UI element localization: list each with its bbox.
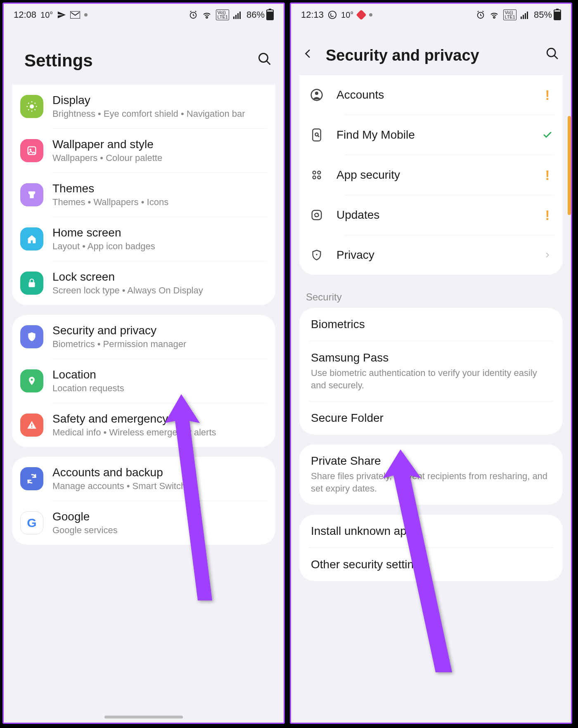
item-title: App security	[336, 168, 540, 182]
svg-point-27	[313, 176, 316, 179]
telegram-icon	[57, 10, 66, 19]
right-screenshot: 12:13 10° Vo))LTE1 85% Security a	[290, 2, 572, 724]
security-item-accounts[interactable]: Accounts !	[299, 75, 563, 115]
security-item-find-my-mobile[interactable]: Find My Mobile	[299, 115, 563, 155]
signal-icon	[233, 11, 242, 19]
security-status-card: Accounts ! Find My Mobile App security !	[299, 75, 563, 275]
battery-icon	[266, 9, 274, 20]
svg-point-20	[547, 48, 555, 57]
svg-point-6	[259, 53, 268, 62]
left-screenshot: 12:08 10° Vo))LTE1 86% Settings	[2, 2, 285, 724]
security-item-updates[interactable]: Updates !	[299, 195, 563, 235]
home-indicator	[104, 716, 183, 719]
svg-point-22	[315, 92, 318, 95]
person-circle-icon	[309, 87, 324, 102]
security-item-unknown-apps[interactable]: Install unknown apps	[299, 515, 563, 548]
whatsapp-icon	[328, 10, 337, 19]
item-title: Lock screen	[52, 270, 267, 284]
security-header: Security and privacy	[291, 26, 571, 78]
search-button[interactable]	[257, 52, 272, 70]
settings-item-display[interactable]: Display Brightness • Eye comfort shield …	[12, 85, 275, 128]
lock-icon	[20, 272, 43, 295]
scroll-indicator	[568, 116, 571, 215]
settings-item-google[interactable]: G Google Google services	[12, 501, 275, 545]
security-item-privacy[interactable]: Privacy	[299, 235, 563, 275]
item-subtitle: Share files privately, prevent recipient…	[311, 470, 551, 494]
security-item-private-share[interactable]: Private Share Share files privately, pre…	[299, 444, 563, 504]
settings-item-home-screen[interactable]: Home screen Layout • App icon badges	[12, 217, 275, 261]
security-item-app-security[interactable]: App security !	[299, 155, 563, 195]
back-button[interactable]	[303, 46, 319, 65]
settings-item-security-privacy[interactable]: Security and privacy Biometrics • Permis…	[12, 315, 275, 359]
svg-rect-10	[28, 282, 35, 287]
update-icon	[309, 208, 324, 222]
wallpaper-icon	[20, 139, 43, 162]
svg-rect-5	[239, 12, 241, 19]
svg-rect-23	[313, 129, 320, 141]
svg-rect-18	[525, 13, 526, 19]
chevron-right-icon	[540, 250, 554, 260]
item-subtitle: Location requests	[52, 383, 267, 394]
item-title: Location	[52, 368, 267, 381]
svg-point-28	[317, 176, 320, 179]
svg-point-26	[317, 171, 320, 174]
svg-rect-19	[527, 12, 528, 19]
red-badge-icon	[356, 9, 367, 20]
svg-point-11	[31, 379, 33, 381]
battery-pct: 85%	[534, 9, 552, 20]
svg-point-25	[313, 171, 316, 174]
security-section-card: Biometrics Samsung Pass Use biometric au…	[299, 308, 563, 435]
item-title: Biometrics	[311, 318, 551, 331]
item-subtitle: Layout • App icon badges	[52, 241, 267, 252]
settings-group-3: Accounts and backup Manage accounts • Sm…	[12, 457, 275, 545]
home-icon	[20, 227, 43, 251]
item-title: Safety and emergency	[52, 412, 267, 425]
page-title: Settings	[24, 51, 257, 71]
security-item-other-security-settings[interactable]: Other security settings	[299, 548, 563, 581]
google-icon: G	[20, 511, 43, 534]
item-title: Secure Folder	[311, 411, 551, 425]
item-subtitle: Screen lock type • Always On Display	[52, 285, 267, 296]
emergency-icon	[20, 414, 43, 437]
item-title: Other security settings	[311, 558, 551, 571]
item-title: Privacy	[336, 248, 540, 262]
settings-item-accounts-backup[interactable]: Accounts and backup Manage accounts • Sm…	[12, 457, 275, 501]
item-title: Google	[52, 510, 267, 523]
settings-item-safety-emergency[interactable]: Safety and emergency Medical info • Wire…	[12, 403, 275, 447]
item-title: Themes	[52, 182, 267, 195]
warning-status-icon: !	[540, 87, 554, 103]
item-title: Wallpaper and style	[52, 138, 267, 151]
item-title: Security and privacy	[52, 324, 267, 337]
settings-item-location[interactable]: Location Location requests	[12, 359, 275, 403]
svg-rect-12	[31, 424, 32, 426]
find-phone-icon	[309, 128, 324, 142]
svg-rect-4	[237, 13, 239, 19]
settings-group-2: Security and privacy Biometrics • Permis…	[12, 315, 275, 447]
status-temp: 10°	[40, 10, 53, 20]
item-subtitle: Use biometric authentication to verify y…	[311, 367, 551, 391]
location-pin-icon	[20, 369, 43, 392]
settings-item-themes[interactable]: Themes Themes • Wallpapers • Icons	[12, 173, 275, 217]
svg-point-30	[316, 254, 317, 255]
item-title: Accounts	[336, 88, 540, 102]
sync-icon	[20, 467, 43, 490]
item-subtitle: Wallpapers • Colour palette	[52, 153, 267, 163]
status-time: 12:08	[14, 9, 36, 20]
settings-group-1: Display Brightness • Eye comfort shield …	[12, 85, 275, 305]
security-item-biometrics[interactable]: Biometrics	[299, 308, 563, 341]
wifi-icon	[489, 11, 499, 19]
mail-icon	[70, 11, 80, 19]
status-temp: 10°	[341, 10, 353, 20]
notification-dot-icon	[369, 13, 372, 17]
item-title: Private Share	[311, 454, 551, 468]
settings-item-lock-screen[interactable]: Lock screen Screen lock type • Always On…	[12, 261, 275, 305]
settings-item-wallpaper[interactable]: Wallpaper and style Wallpapers • Colour …	[12, 129, 275, 173]
warning-status-icon: !	[540, 167, 554, 183]
security-item-secure-folder[interactable]: Secure Folder	[299, 402, 563, 435]
svg-rect-17	[523, 15, 524, 19]
alarm-icon	[476, 10, 485, 19]
display-icon	[20, 95, 43, 118]
item-subtitle: Biometrics • Permission manager	[52, 339, 267, 350]
security-item-samsung-pass[interactable]: Samsung Pass Use biometric authenticatio…	[299, 341, 563, 401]
search-button[interactable]	[545, 47, 559, 64]
